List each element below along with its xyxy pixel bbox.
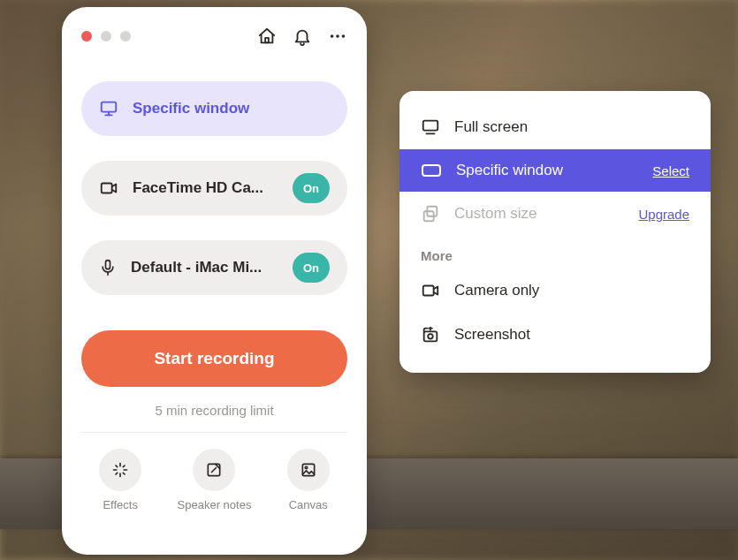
custom-size-icon [421, 204, 440, 223]
speaker-notes-label: Speaker notes [178, 498, 252, 511]
menu-item-label: Screenshot [454, 326, 689, 344]
start-recording-button[interactable]: Start recording [81, 330, 347, 387]
camera-icon [99, 178, 118, 198]
svg-point-9 [305, 466, 308, 469]
divider [81, 432, 347, 433]
mic-source-label: Default - iMac Mi... [131, 259, 278, 276]
notes-icon [205, 461, 223, 479]
svg-rect-11 [422, 165, 440, 176]
recording-limit-text: 5 min recording limit [81, 403, 347, 418]
zoom-dot[interactable] [120, 31, 131, 42]
menu-section-header: More [399, 236, 711, 269]
menu-item-custom-size[interactable]: Custom size Upgrade [399, 192, 711, 236]
menu-item-screenshot[interactable]: Screenshot [399, 313, 711, 357]
menu-item-label: Specific window [456, 162, 638, 179]
upgrade-link[interactable]: Upgrade [638, 207, 689, 222]
tools-row: Effects Speaker notes Canvas [81, 449, 347, 511]
more-button[interactable] [328, 26, 347, 46]
monitor-icon [421, 117, 440, 137]
home-button[interactable] [257, 26, 277, 46]
svg-rect-8 [302, 464, 314, 475]
microphone-icon [99, 258, 117, 277]
home-icon [257, 26, 277, 46]
svg-point-16 [428, 334, 433, 339]
camera-source-pill[interactable]: FaceTime HD Ca... On [81, 161, 347, 216]
notifications-button[interactable] [293, 26, 312, 46]
camera-icon [421, 281, 440, 300]
screen-source-label: Specific window [133, 100, 330, 117]
bell-icon [293, 26, 312, 46]
mic-status-badge: On [293, 253, 330, 283]
menu-item-full-screen[interactable]: Full screen [399, 105, 711, 149]
menu-item-camera-only[interactable]: Camera only [399, 269, 711, 313]
svg-rect-5 [102, 184, 112, 193]
image-icon [300, 461, 317, 479]
screen-source-pill[interactable]: Specific window [81, 81, 347, 136]
titlebar [81, 23, 347, 49]
more-icon [328, 26, 347, 46]
svg-rect-6 [106, 261, 110, 269]
canvas-tool[interactable]: Canvas [287, 449, 330, 511]
canvas-label: Canvas [289, 498, 328, 511]
monitor-icon [99, 99, 118, 118]
minimize-dot[interactable] [101, 31, 111, 42]
sparkle-icon [111, 461, 129, 479]
screenshot-icon [421, 325, 440, 344]
menu-item-specific-window[interactable]: Specific window Select [399, 149, 711, 192]
svg-rect-0 [265, 38, 269, 43]
window-controls [81, 31, 131, 42]
mic-source-pill[interactable]: Default - iMac Mi... On [81, 240, 347, 295]
svg-rect-15 [424, 331, 437, 341]
speaker-notes-tool[interactable]: Speaker notes [178, 449, 252, 511]
screen-source-menu: Full screen Specific window Select Custo… [399, 91, 711, 373]
svg-rect-4 [102, 102, 117, 112]
effects-label: Effects [103, 498, 138, 511]
window-icon [421, 162, 442, 179]
svg-point-2 [336, 34, 339, 38]
recorder-panel: Specific window FaceTime HD Ca... On Def… [62, 7, 367, 555]
menu-item-label: Camera only [454, 282, 689, 299]
svg-rect-14 [423, 286, 434, 296]
close-dot[interactable] [81, 31, 92, 42]
menu-item-label: Full screen [454, 118, 689, 136]
svg-point-3 [342, 34, 346, 38]
select-link[interactable]: Select [652, 163, 689, 178]
menu-item-label: Custom size [454, 205, 624, 223]
svg-point-1 [331, 34, 334, 38]
effects-tool[interactable]: Effects [99, 449, 141, 511]
camera-status-badge: On [293, 173, 330, 203]
svg-rect-10 [423, 121, 438, 131]
camera-source-label: FaceTime HD Ca... [133, 179, 278, 197]
